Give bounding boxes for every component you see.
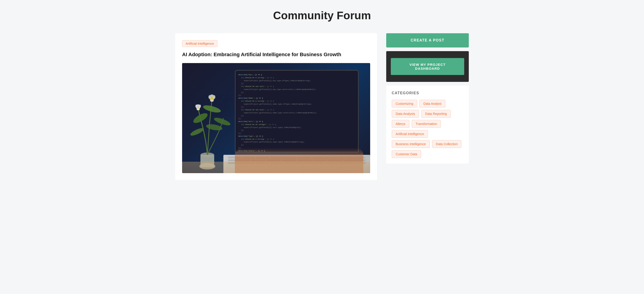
laptop-screen: describe('Key', () => { it('should be a … xyxy=(235,70,359,152)
dashboard-panel: VIEW MY PROJECT DASHBOARD xyxy=(386,51,469,82)
categories-grid: CustomizingData AnalystData AnalysisData… xyxy=(392,100,463,158)
category-tag[interactable]: Data Reporting xyxy=(421,110,451,118)
category-tag[interactable]: Transformation xyxy=(412,120,441,128)
category-tag[interactable]: Customer Data xyxy=(392,150,421,158)
category-tag[interactable]: Business Intelligence xyxy=(392,140,430,148)
category-tag[interactable]: Customizing xyxy=(392,100,417,108)
create-post-button[interactable]: CREATE A POST xyxy=(386,33,469,48)
post-title: AI Adoption: Embracing Artificial Intell… xyxy=(182,52,370,58)
svg-point-18 xyxy=(196,104,200,106)
svg-point-15 xyxy=(210,100,214,102)
categories-heading: CATEGORIES xyxy=(392,91,463,95)
category-tag[interactable]: Artificial Intelligence xyxy=(392,130,428,138)
category-tag[interactable]: Data Analysis xyxy=(392,110,419,118)
post-category-badge[interactable]: Artificial Intelligence xyxy=(182,40,218,47)
svg-point-19 xyxy=(196,108,200,110)
svg-point-14 xyxy=(210,94,214,97)
page-title: Community Forum xyxy=(175,9,469,22)
svg-point-3 xyxy=(192,111,209,125)
categories-panel: CATEGORIES CustomizingData AnalystData A… xyxy=(386,86,469,164)
post-featured-image: describe('Key', () => { it('should be a … xyxy=(182,63,370,173)
category-tag[interactable]: Data Analyst xyxy=(420,100,446,108)
svg-point-4 xyxy=(202,104,221,114)
category-tag[interactable]: Alteryx xyxy=(392,120,410,128)
main-layout: Artificial Intelligence AI Adoption: Emb… xyxy=(175,33,469,180)
svg-point-11 xyxy=(197,107,199,109)
view-dashboard-button[interactable]: VIEW MY PROJECT DASHBOARD xyxy=(391,58,464,75)
content-area: Artificial Intelligence AI Adoption: Emb… xyxy=(175,33,377,180)
svg-point-6 xyxy=(190,126,204,137)
page-wrapper: Community Forum Artificial Intelligence … xyxy=(162,0,482,189)
sidebar: CREATE A POST VIEW MY PROJECT DASHBOARD … xyxy=(386,33,469,164)
category-tag[interactable]: Data Collection xyxy=(432,140,462,148)
svg-point-7 xyxy=(206,123,223,132)
table-surface xyxy=(182,162,370,173)
